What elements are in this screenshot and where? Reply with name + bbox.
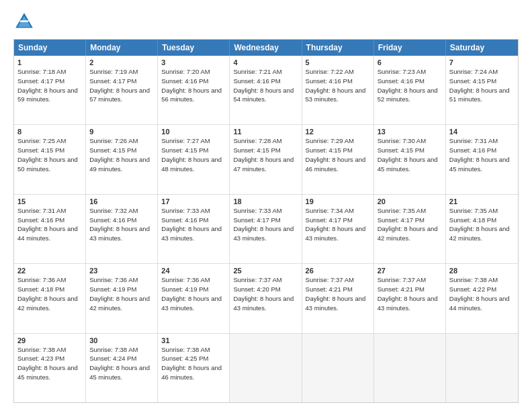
day-info: Sunrise: 7:37 AM Sunset: 4:20 PM Dayligh…	[233, 275, 298, 312]
day-info: Sunrise: 7:36 AM Sunset: 4:18 PM Dayligh…	[17, 275, 82, 312]
calendar-cell: 31Sunrise: 7:38 AM Sunset: 4:25 PM Dayli…	[158, 334, 230, 402]
day-info: Sunrise: 7:31 AM Sunset: 4:16 PM Dayligh…	[17, 206, 82, 243]
calendar-cell: 20Sunrise: 7:35 AM Sunset: 4:17 PM Dayli…	[374, 195, 446, 263]
day-info: Sunrise: 7:38 AM Sunset: 4:24 PM Dayligh…	[89, 345, 154, 382]
calendar-cell: 14Sunrise: 7:31 AM Sunset: 4:16 PM Dayli…	[446, 125, 518, 193]
day-number: 27	[378, 267, 442, 275]
day-number: 21	[449, 197, 515, 205]
calendar-cell	[446, 334, 518, 402]
day-number: 23	[89, 267, 154, 275]
calendar-cell: 13Sunrise: 7:30 AM Sunset: 4:15 PM Dayli…	[374, 125, 446, 193]
calendar-row-3: 15Sunrise: 7:31 AM Sunset: 4:16 PM Dayli…	[14, 195, 518, 264]
day-number: 11	[233, 128, 298, 136]
day-info: Sunrise: 7:24 AM Sunset: 4:15 PM Dayligh…	[449, 67, 515, 104]
day-number: 3	[161, 58, 226, 66]
day-number: 29	[17, 336, 82, 345]
day-number: 24	[161, 267, 226, 275]
day-info: Sunrise: 7:25 AM Sunset: 4:15 PM Dayligh…	[17, 136, 82, 173]
calendar: SundayMondayTuesdayWednesdayThursdayFrid…	[13, 39, 519, 403]
calendar-cell: 9Sunrise: 7:26 AM Sunset: 4:15 PM Daylig…	[86, 125, 158, 193]
calendar-cell: 24Sunrise: 7:36 AM Sunset: 4:19 PM Dayli…	[158, 264, 230, 332]
day-info: Sunrise: 7:35 AM Sunset: 4:18 PM Dayligh…	[449, 206, 515, 243]
header-day-monday: Monday	[86, 40, 158, 56]
day-number: 16	[89, 197, 154, 205]
day-number: 30	[89, 336, 154, 345]
calendar-cell: 19Sunrise: 7:34 AM Sunset: 4:17 PM Dayli…	[302, 195, 374, 263]
calendar-cell	[302, 334, 374, 402]
calendar-body: 1Sunrise: 7:18 AM Sunset: 4:17 PM Daylig…	[14, 56, 518, 402]
calendar-cell: 21Sunrise: 7:35 AM Sunset: 4:18 PM Dayli…	[446, 195, 518, 263]
calendar-cell: 23Sunrise: 7:36 AM Sunset: 4:19 PM Dayli…	[86, 264, 158, 332]
day-number: 9	[89, 128, 154, 136]
header-day-wednesday: Wednesday	[230, 40, 302, 56]
calendar-cell: 22Sunrise: 7:36 AM Sunset: 4:18 PM Dayli…	[14, 264, 86, 332]
day-info: Sunrise: 7:19 AM Sunset: 4:17 PM Dayligh…	[89, 67, 154, 104]
calendar-cell: 8Sunrise: 7:25 AM Sunset: 4:15 PM Daylig…	[14, 125, 86, 193]
calendar-cell: 28Sunrise: 7:38 AM Sunset: 4:22 PM Dayli…	[446, 264, 518, 332]
day-number: 8	[17, 128, 82, 136]
calendar-row-1: 1Sunrise: 7:18 AM Sunset: 4:17 PM Daylig…	[14, 56, 518, 125]
day-info: Sunrise: 7:31 AM Sunset: 4:16 PM Dayligh…	[449, 136, 515, 173]
calendar-cell: 17Sunrise: 7:33 AM Sunset: 4:16 PM Dayli…	[158, 195, 230, 263]
calendar-cell: 27Sunrise: 7:37 AM Sunset: 4:21 PM Dayli…	[374, 264, 446, 332]
day-info: Sunrise: 7:33 AM Sunset: 4:17 PM Dayligh…	[233, 206, 298, 243]
calendar-cell: 3Sunrise: 7:20 AM Sunset: 4:16 PM Daylig…	[158, 56, 230, 124]
calendar-row-5: 29Sunrise: 7:38 AM Sunset: 4:23 PM Dayli…	[14, 334, 518, 402]
day-number: 12	[306, 128, 370, 136]
logo	[13, 11, 38, 32]
day-info: Sunrise: 7:26 AM Sunset: 4:15 PM Dayligh…	[89, 136, 154, 173]
header	[13, 11, 519, 32]
calendar-cell: 2Sunrise: 7:19 AM Sunset: 4:17 PM Daylig…	[86, 56, 158, 124]
day-info: Sunrise: 7:34 AM Sunset: 4:17 PM Dayligh…	[306, 206, 370, 243]
calendar-cell: 15Sunrise: 7:31 AM Sunset: 4:16 PM Dayli…	[14, 195, 86, 263]
calendar-cell: 25Sunrise: 7:37 AM Sunset: 4:20 PM Dayli…	[230, 264, 302, 332]
day-number: 20	[378, 197, 442, 205]
day-info: Sunrise: 7:23 AM Sunset: 4:16 PM Dayligh…	[378, 67, 442, 104]
header-day-sunday: Sunday	[14, 40, 86, 56]
calendar-cell: 18Sunrise: 7:33 AM Sunset: 4:17 PM Dayli…	[230, 195, 302, 263]
day-info: Sunrise: 7:35 AM Sunset: 4:17 PM Dayligh…	[378, 206, 442, 243]
header-day-tuesday: Tuesday	[158, 40, 230, 56]
calendar-cell: 10Sunrise: 7:27 AM Sunset: 4:15 PM Dayli…	[158, 125, 230, 193]
header-day-thursday: Thursday	[302, 40, 374, 56]
day-info: Sunrise: 7:37 AM Sunset: 4:21 PM Dayligh…	[378, 275, 442, 312]
day-number: 4	[233, 58, 298, 66]
calendar-cell: 7Sunrise: 7:24 AM Sunset: 4:15 PM Daylig…	[446, 56, 518, 124]
day-number: 25	[233, 267, 298, 275]
day-info: Sunrise: 7:32 AM Sunset: 4:16 PM Dayligh…	[89, 206, 154, 243]
calendar-header: SundayMondayTuesdayWednesdayThursdayFrid…	[14, 40, 518, 56]
day-number: 14	[449, 128, 515, 136]
day-number: 26	[306, 267, 370, 275]
day-info: Sunrise: 7:38 AM Sunset: 4:25 PM Dayligh…	[161, 345, 226, 382]
day-number: 7	[449, 58, 515, 66]
calendar-cell: 5Sunrise: 7:22 AM Sunset: 4:16 PM Daylig…	[302, 56, 374, 124]
day-info: Sunrise: 7:38 AM Sunset: 4:23 PM Dayligh…	[17, 345, 82, 382]
svg-rect-2	[20, 20, 29, 21]
day-number: 28	[449, 267, 515, 275]
day-info: Sunrise: 7:27 AM Sunset: 4:15 PM Dayligh…	[161, 136, 226, 173]
day-number: 1	[17, 58, 82, 66]
calendar-cell: 6Sunrise: 7:23 AM Sunset: 4:16 PM Daylig…	[374, 56, 446, 124]
header-day-saturday: Saturday	[446, 40, 518, 56]
calendar-row-4: 22Sunrise: 7:36 AM Sunset: 4:18 PM Dayli…	[14, 264, 518, 333]
day-info: Sunrise: 7:36 AM Sunset: 4:19 PM Dayligh…	[89, 275, 154, 312]
day-info: Sunrise: 7:33 AM Sunset: 4:16 PM Dayligh…	[161, 206, 226, 243]
calendar-cell: 30Sunrise: 7:38 AM Sunset: 4:24 PM Dayli…	[86, 334, 158, 402]
calendar-cell: 29Sunrise: 7:38 AM Sunset: 4:23 PM Dayli…	[14, 334, 86, 402]
day-info: Sunrise: 7:30 AM Sunset: 4:15 PM Dayligh…	[378, 136, 442, 173]
day-info: Sunrise: 7:21 AM Sunset: 4:16 PM Dayligh…	[233, 67, 298, 104]
header-day-friday: Friday	[374, 40, 446, 56]
page: SundayMondayTuesdayWednesdayThursdayFrid…	[0, 0, 532, 411]
day-number: 13	[378, 128, 442, 136]
day-info: Sunrise: 7:37 AM Sunset: 4:21 PM Dayligh…	[306, 275, 370, 312]
calendar-cell: 11Sunrise: 7:28 AM Sunset: 4:15 PM Dayli…	[230, 125, 302, 193]
day-info: Sunrise: 7:29 AM Sunset: 4:15 PM Dayligh…	[306, 136, 370, 173]
calendar-cell: 26Sunrise: 7:37 AM Sunset: 4:21 PM Dayli…	[302, 264, 374, 332]
day-number: 2	[89, 58, 154, 66]
day-info: Sunrise: 7:18 AM Sunset: 4:17 PM Dayligh…	[17, 67, 82, 104]
day-number: 18	[233, 197, 298, 205]
day-number: 6	[378, 58, 442, 66]
day-info: Sunrise: 7:36 AM Sunset: 4:19 PM Dayligh…	[161, 275, 226, 312]
day-info: Sunrise: 7:20 AM Sunset: 4:16 PM Dayligh…	[161, 67, 226, 104]
calendar-row-2: 8Sunrise: 7:25 AM Sunset: 4:15 PM Daylig…	[14, 125, 518, 194]
